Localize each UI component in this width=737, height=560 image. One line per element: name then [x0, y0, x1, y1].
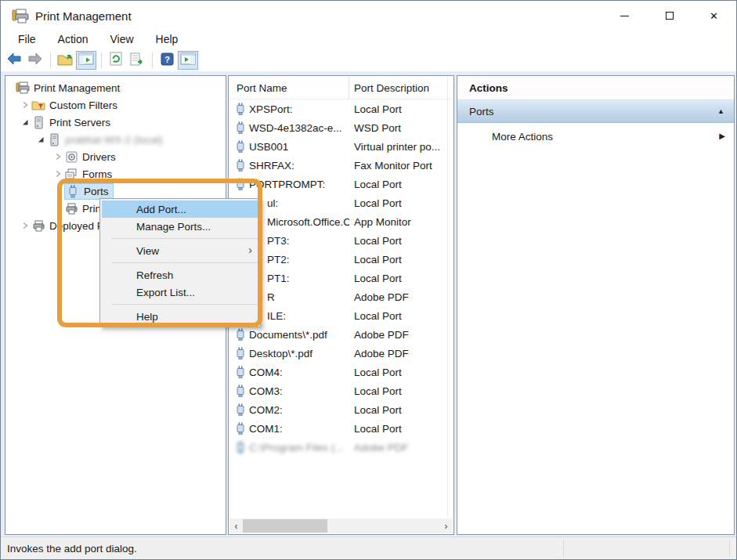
back-icon — [6, 52, 22, 69]
up-one-level-button[interactable] — [55, 51, 75, 70]
port-name-cell: COM3: — [229, 385, 349, 397]
scroll-left-arrow[interactable]: ‹ — [229, 518, 243, 533]
collapse-section-icon[interactable]: ▲ — [717, 107, 724, 115]
table-row[interactable]: XPSPort:Local Port — [229, 99, 453, 118]
port-name-text: PT2: — [267, 254, 290, 266]
table-row[interactable]: PORTPROMPT:Local Port — [229, 175, 453, 193]
selected-tree-item-highlight: Ports — [64, 183, 114, 200]
menu-item-help[interactable]: Help — [100, 308, 260, 325]
help-button[interactable]: ? — [157, 51, 177, 70]
menu-item-view[interactable]: View› — [100, 242, 260, 259]
tree-item-custom-filters[interactable]: Custom Filters — [6, 96, 225, 114]
column-header-port-description[interactable]: Port Description — [349, 77, 453, 99]
actions-pane-title: Actions — [457, 76, 734, 100]
table-row[interactable]: PT1:Local Port — [229, 269, 453, 287]
ports-context-menu: Add Port...Manage Ports...View›RefreshEx… — [99, 198, 261, 327]
table-row[interactable]: RAdobe PDF — [229, 287, 453, 306]
column-header-port-name[interactable]: Port Name — [229, 77, 349, 99]
table-row[interactable]: Desktop\*.pdfAdobe PDF — [229, 344, 453, 363]
port-name-text: COM2: — [249, 404, 283, 416]
show-console-tree-button[interactable] — [76, 51, 96, 70]
table-row[interactable]: Microsoft.Office.O...App Monitor — [229, 212, 453, 231]
tree-item-drivers[interactable]: Drivers — [6, 148, 225, 165]
show-action-pane-button[interactable] — [178, 51, 198, 70]
table-row[interactable]: WSD-4e1382ac-e...WSD Port — [229, 118, 453, 137]
export-list-button[interactable] — [127, 51, 147, 70]
show-console-tree-icon — [78, 52, 94, 68]
menu-help[interactable]: Help — [148, 31, 186, 49]
horizontal-scrollbar[interactable]: ‹ › — [229, 518, 453, 533]
chevron-collapsed-icon[interactable] — [19, 99, 31, 111]
table-row[interactable]: C:\Program Files (...Adobe PDF — [229, 438, 453, 457]
forward-button[interactable] — [25, 51, 45, 70]
menu-separator — [112, 304, 258, 305]
tree-item-forms[interactable]: Forms — [6, 165, 225, 182]
actions-section-ports[interactable]: Ports ▲ — [457, 100, 734, 123]
port-icon — [236, 121, 245, 134]
back-button[interactable] — [4, 51, 24, 70]
table-row[interactable]: COM1:Local Port — [229, 419, 453, 438]
port-icon — [236, 385, 245, 397]
port-description-cell: WSD Port — [349, 122, 453, 134]
menu-action[interactable]: Action — [50, 31, 96, 49]
port-icon — [236, 422, 245, 435]
more-actions-item[interactable]: More Actions ▶ — [457, 123, 734, 150]
menu-item-manage-ports[interactable]: Manage Ports... — [100, 218, 260, 235]
port-description-cell: App Monitor — [349, 216, 453, 228]
tree-item-prabhat-wx-2-local[interactable]: prabhat-WX-2 (local) — [6, 131, 225, 148]
chevron-collapsed-icon[interactable] — [52, 150, 64, 163]
menu-item-export-list[interactable]: Export List... — [100, 284, 260, 301]
chevron-expanded-icon[interactable] — [19, 116, 31, 128]
port-icon — [236, 103, 245, 115]
scrollbar-track[interactable] — [243, 518, 439, 533]
printer-icon — [31, 219, 45, 233]
tree-item-label: Print Servers — [49, 117, 110, 128]
table-row[interactable]: COM2:Local Port — [229, 400, 453, 419]
printer-icon — [64, 202, 78, 215]
minimize-button[interactable] — [602, 1, 647, 31]
menu-view[interactable]: View — [102, 31, 141, 49]
port-name-cell: COM1: — [229, 422, 349, 435]
port-name-text: WSD-4e1382ac-e... — [249, 122, 342, 134]
menu-item-add-port[interactable]: Add Port... — [102, 201, 258, 218]
chevron-collapsed-icon[interactable] — [19, 219, 31, 232]
tree-item-label: Ports — [84, 186, 109, 197]
tree-item-print-management[interactable]: Print Management — [6, 79, 225, 96]
menu-file[interactable]: File — [10, 31, 44, 49]
print-management-window: Print Management ✕ FileActionViewHelp ? … — [0, 0, 737, 560]
table-row[interactable]: SHRFAX:Fax Monitor Port — [229, 156, 453, 175]
printer-app-icon — [12, 8, 29, 23]
table-row[interactable]: COM4:Local Port — [229, 363, 453, 381]
table-row[interactable]: PT3:Local Port — [229, 231, 453, 250]
port-icon — [236, 159, 245, 172]
port-name-cell: Documents\*.pdf — [229, 328, 349, 341]
port-description-cell: Local Port — [349, 423, 453, 435]
chevron-expanded-icon[interactable] — [34, 133, 47, 146]
show-action-pane-icon — [180, 52, 196, 68]
tree-item-ports[interactable]: Ports — [6, 182, 225, 200]
tree-item-label: Forms — [82, 168, 112, 180]
status-divider — [729, 540, 730, 557]
menu-item-label: Manage Ports... — [136, 221, 211, 233]
scrollbar-thumb[interactable] — [243, 519, 327, 533]
port-name-text: C:\Program Files (... — [249, 442, 344, 453]
table-row[interactable]: USB001Virtual printer po... — [229, 137, 453, 156]
table-row[interactable]: PT2:Local Port — [229, 250, 453, 269]
scroll-right-arrow[interactable]: › — [439, 518, 453, 533]
port-description-cell: Local Port — [349, 254, 453, 266]
maximize-button[interactable] — [647, 1, 692, 31]
help-icon: ? — [161, 52, 174, 69]
chevron-collapsed-icon[interactable] — [52, 168, 64, 180]
refresh-button[interactable] — [106, 51, 126, 70]
menu-bar: FileActionViewHelp — [1, 31, 736, 49]
custom-filters-folder-icon — [31, 99, 45, 112]
tree-item-print-servers[interactable]: Print Servers — [6, 114, 225, 131]
menu-item-refresh[interactable]: Refresh — [100, 266, 260, 284]
port-name-text: ul: — [267, 197, 278, 209]
table-row[interactable]: ul:Local Port — [229, 193, 453, 212]
list-column-headers: Port Name Port Description — [229, 77, 453, 99]
table-row[interactable]: Documents\*.pdfAdobe PDF — [229, 325, 453, 344]
table-row[interactable]: COM3:Local Port — [229, 381, 453, 400]
close-button[interactable]: ✕ — [692, 1, 736, 31]
table-row[interactable]: ILE:Local Port — [229, 306, 453, 325]
